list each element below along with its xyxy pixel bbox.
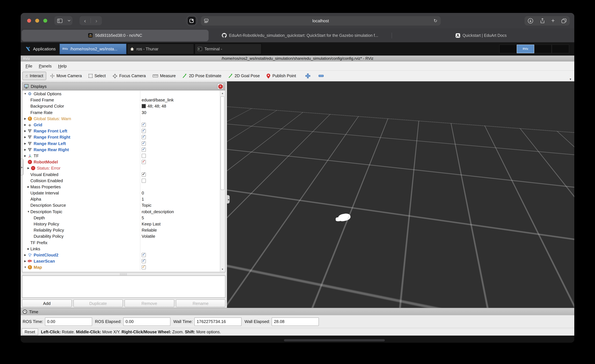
property-value[interactable]: 30	[140, 109, 220, 116]
expand-arrow[interactable]: ▶	[27, 247, 30, 250]
workspace-cell[interactable]	[534, 45, 552, 53]
checkbox[interactable]: ✓	[142, 172, 146, 177]
browser-tab[interactable]: Quickstart | EduArt Docs	[392, 30, 570, 41]
3d-viewport[interactable]: ◀	[227, 81, 574, 308]
forward-icon[interactable]: ›	[91, 16, 102, 25]
applications-menu[interactable]: Applications	[23, 42, 58, 55]
property-value[interactable]: 5	[140, 215, 220, 221]
workspace-cell[interactable]: RViz	[517, 45, 534, 53]
menu-file[interactable]: File	[22, 62, 35, 70]
browser-tab[interactable]: noVNC56d931b5ed38:0 - noVNC	[22, 30, 209, 41]
tool-focus-camera[interactable]: Focus Camera	[110, 72, 149, 80]
display-row[interactable]: ▶Range Front Right✓	[22, 134, 225, 140]
display-row[interactable]: ▶!Global Status: Warn	[22, 116, 225, 122]
property-value[interactable]: ✓	[140, 146, 220, 153]
display-row[interactable]: ▶TF	[22, 153, 225, 159]
display-row[interactable]: ▶Range Rear Left✓	[22, 140, 225, 146]
checkbox[interactable]: ✓	[142, 160, 146, 164]
expand-arrow[interactable]: ▶	[23, 123, 27, 126]
display-row[interactable]: ▼!Map✓	[22, 264, 225, 270]
property-value[interactable]: ✓	[140, 264, 220, 270]
rename-button[interactable]: Rename	[176, 299, 225, 307]
displays-panel-header[interactable]: Displays ✕	[22, 82, 225, 90]
expand-arrow[interactable]: ▶	[23, 136, 27, 139]
tool-interact[interactable]: ☝Interact	[22, 72, 46, 80]
minimize-window-button[interactable]	[35, 19, 39, 23]
expand-arrow[interactable]: ▶	[23, 254, 27, 256]
panel-collapse-handle[interactable]: ▶	[21, 158, 24, 175]
property-value[interactable]: ✓	[140, 128, 220, 134]
display-row[interactable]: Reliability PolicyReliable	[22, 227, 225, 233]
property-value[interactable]: ✓	[140, 252, 220, 258]
panel-splitter[interactable]: ||||||	[22, 272, 225, 275]
add-tool-icon[interactable]	[304, 72, 312, 80]
display-row[interactable]: ▶PointCloud2✓	[22, 252, 225, 258]
display-row[interactable]: History PolicyKeep Last	[22, 221, 225, 227]
property-value[interactable]: 1	[140, 196, 220, 202]
property-value[interactable]	[140, 116, 220, 122]
display-row[interactable]: ▶LaserScan✓	[22, 258, 225, 264]
property-value[interactable]: ✓	[140, 122, 220, 128]
display-row[interactable]: Alpha1	[22, 196, 225, 202]
tabs-overview-icon[interactable]	[561, 18, 567, 23]
time-panel-header[interactable]: Time	[21, 308, 574, 315]
property-value[interactable]: eduard/base_link	[140, 97, 220, 103]
scroll-up-icon[interactable]: ▲	[220, 91, 225, 96]
tool-2d-goal-pose[interactable]: 2D Goal Pose	[225, 72, 263, 80]
new-tab-icon[interactable]: +	[551, 18, 555, 24]
display-row[interactable]: TF Prefix	[22, 240, 225, 246]
taskbar-window-button[interactable]: Terminal -	[195, 44, 262, 54]
display-row[interactable]: Depth5	[22, 215, 225, 221]
property-value[interactable]: ✓	[140, 258, 220, 264]
property-value[interactable]: ✓	[140, 171, 220, 178]
zoom-window-button[interactable]	[43, 19, 47, 23]
sidebar-icon[interactable]	[54, 16, 65, 25]
property-value[interactable]: ✓	[140, 140, 220, 146]
tool-select[interactable]: Select	[86, 72, 109, 80]
display-row[interactable]: ▶Range Front Left✓	[22, 128, 225, 134]
duplicate-button[interactable]: Duplicate	[73, 299, 123, 307]
chevron-down-icon[interactable]	[65, 16, 72, 25]
property-value[interactable]	[140, 165, 220, 171]
taskbar-window-button[interactable]: ros - Thunar	[127, 44, 194, 54]
tool-publish-point[interactable]: Publish Point	[264, 72, 299, 80]
tool-2d-pose-estimate[interactable]: 2D Pose Estimate	[180, 72, 224, 80]
checkbox[interactable]: ✓	[142, 148, 146, 152]
checkbox[interactable]: ✓	[142, 123, 146, 127]
page-scrollbar[interactable]	[284, 339, 385, 341]
property-value[interactable]: 48; 48; 48	[140, 103, 220, 109]
rviz-titlebar[interactable]: RViz /home/ros/ros2_ws/install/edu_simul…	[21, 55, 574, 61]
scrollbar-thumb[interactable]	[220, 96, 224, 190]
checkbox[interactable]: ✓	[142, 129, 146, 133]
toolbar-overflow-icon[interactable]: ▼	[569, 78, 572, 81]
expand-arrow[interactable]: ▼	[23, 266, 27, 269]
display-row[interactable]: Frame Rate30	[22, 109, 225, 116]
expand-arrow[interactable]: ▶	[23, 148, 27, 151]
checkbox[interactable]: ✓	[142, 259, 146, 263]
property-value[interactable]: ✓	[140, 134, 220, 140]
download-icon[interactable]	[528, 18, 533, 23]
property-value[interactable]: robot_description	[140, 208, 220, 215]
display-row[interactable]: ▼Description Topicrobot_description	[22, 208, 225, 215]
reload-icon[interactable]: ↻	[434, 18, 437, 23]
checkbox[interactable]: ✓	[142, 141, 146, 145]
expand-arrow[interactable]: ▶	[23, 154, 27, 157]
viewport-collapse-handle[interactable]: ◀	[227, 195, 230, 204]
expand-arrow[interactable]: ▶	[23, 130, 27, 132]
display-row[interactable]: ▶Links	[22, 246, 225, 252]
back-icon[interactable]: ‹	[79, 16, 91, 25]
property-value[interactable]: 0	[140, 190, 220, 196]
display-row[interactable]: Fixed Frameeduard/base_link	[22, 97, 225, 103]
tool-measure[interactable]: Measure	[150, 72, 179, 80]
add-button[interactable]: Add	[22, 299, 72, 307]
expand-arrow[interactable]: ▼	[27, 210, 30, 213]
display-row[interactable]: Description SourceTopic	[22, 202, 225, 208]
property-value[interactable]: ✓	[140, 159, 220, 165]
reset-button[interactable]: Reset	[22, 329, 38, 335]
checkbox[interactable]: ✓	[142, 253, 146, 257]
browser-tab[interactable]: EduArt-Robotik/edu_simulation_quickstart…	[209, 30, 392, 41]
property-value[interactable]	[140, 240, 220, 246]
property-value[interactable]: Reliable	[140, 227, 220, 233]
property-value[interactable]: Topic	[140, 202, 220, 208]
property-value[interactable]: Volatile	[140, 233, 220, 240]
